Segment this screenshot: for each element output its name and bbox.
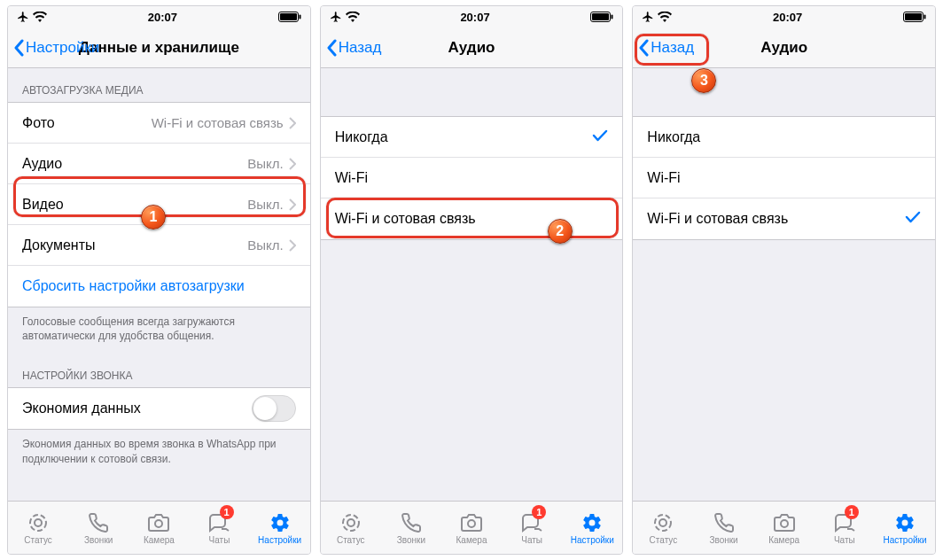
svg-rect-13 <box>905 13 922 20</box>
tab-chats[interactable]: 1 Чаты <box>189 502 249 554</box>
option-wifi-cell[interactable]: Wi-Fi и сотовая связь <box>321 198 623 239</box>
section-footer-call: Экономия данных во время звонка в WhatsA… <box>8 430 310 476</box>
tab-camera[interactable]: Камера <box>754 502 814 554</box>
chevron-left-icon <box>13 39 24 57</box>
option-never[interactable]: Никогда <box>633 117 935 158</box>
nav-title: Аудио <box>448 39 495 57</box>
row-value: Выкл. <box>247 197 283 212</box>
row-documents[interactable]: Документы Выкл. <box>8 225 310 266</box>
row-label: Экономия данных <box>22 401 252 416</box>
phone-icon <box>713 511 735 534</box>
back-button[interactable]: Назад <box>638 27 694 67</box>
option-wifi[interactable]: Wi-Fi <box>633 158 935 198</box>
section-header-call: НАСТРОЙКИ ЗВОНКА <box>8 354 310 387</box>
status-time: 20:07 <box>773 11 802 24</box>
row-label: Фото <box>22 115 152 131</box>
annotation-badge-1: 1 <box>141 205 166 229</box>
svg-rect-7 <box>592 13 609 20</box>
svg-rect-2 <box>299 15 300 19</box>
row-label: Wi-Fi <box>335 170 609 186</box>
reset-autodownload-button[interactable]: Сбросить настройки автозагрузки <box>8 266 310 307</box>
nav-title: Данные и хранилище <box>79 39 239 57</box>
svg-point-3 <box>30 515 46 531</box>
row-value: Выкл. <box>247 237 283 253</box>
back-label: Назад <box>339 39 382 57</box>
tab-label: Камера <box>144 536 175 545</box>
wifi-icon <box>33 12 47 22</box>
tab-status[interactable]: Статус <box>8 502 68 554</box>
tab-calls[interactable]: Звонки <box>68 502 129 554</box>
status-bar: 20:07 <box>8 6 310 27</box>
airplane-icon <box>17 11 29 23</box>
options-list: Никогда Wi-Fi Wi-Fi и сотовая связь <box>321 116 623 240</box>
svg-point-4 <box>35 519 42 526</box>
toggle-off[interactable] <box>252 395 296 422</box>
row-label: Никогда <box>647 129 921 145</box>
back-button[interactable]: Настройки <box>13 27 99 67</box>
options-list: Никогда Wi-Fi Wi-Fi и сотовая связь <box>633 116 935 240</box>
back-label: Настройки <box>26 39 99 57</box>
chevron-right-icon <box>289 198 296 211</box>
media-list: Фото Wi-Fi и сотовая связь Аудио Выкл. В… <box>8 102 310 307</box>
svg-point-5 <box>155 520 162 527</box>
tab-label: Настройки <box>883 536 926 545</box>
wifi-icon <box>346 12 360 22</box>
tab-label: Камера <box>768 536 799 545</box>
row-data-saver[interactable]: Экономия данных <box>8 388 310 429</box>
check-icon <box>592 129 608 145</box>
option-wifi[interactable]: Wi-Fi <box>321 158 623 198</box>
chevron-right-icon <box>289 158 296 170</box>
tab-status[interactable]: Статус <box>321 502 381 554</box>
status-ring-icon <box>27 511 49 534</box>
tab-bar: Статус Звонки Камера 1 Чаты Настройки <box>8 501 310 554</box>
row-label: Wi-Fi <box>647 170 921 186</box>
tab-label: Чаты <box>521 536 542 545</box>
tab-label: Настройки <box>258 536 301 545</box>
svg-point-11 <box>468 520 475 527</box>
tab-camera[interactable]: Камера <box>129 502 189 554</box>
svg-rect-1 <box>280 13 297 20</box>
status-bar: 20:07 <box>633 6 935 27</box>
section-header-media: АВТОЗАГРУЗКА МЕДИА <box>8 68 310 102</box>
row-label: Сбросить настройки автозагрузки <box>22 278 245 294</box>
status-time: 20:07 <box>148 11 177 24</box>
option-wifi-cell[interactable]: Wi-Fi и сотовая связь <box>633 198 935 239</box>
wifi-icon <box>658 12 672 22</box>
option-never[interactable]: Никогда <box>321 117 623 158</box>
tab-label: Настройки <box>571 536 614 545</box>
back-button[interactable]: Назад <box>326 27 382 67</box>
tab-chats[interactable]: 1Чаты <box>814 502 875 554</box>
call-list: Экономия данных <box>8 387 310 430</box>
svg-point-15 <box>655 515 671 531</box>
tab-settings[interactable]: Настройки <box>562 502 622 554</box>
tab-settings[interactable]: Настройки <box>250 502 310 554</box>
tab-label: Звонки <box>397 536 425 545</box>
tab-label: Статус <box>650 536 678 545</box>
chats-badge: 1 <box>220 505 234 519</box>
svg-point-17 <box>781 520 788 527</box>
tab-bar: Статус Звонки Камера 1Чаты Настройки <box>321 501 623 554</box>
tab-settings[interactable]: Настройки <box>875 502 935 554</box>
tab-label: Звонки <box>84 536 113 545</box>
gear-icon <box>894 511 916 534</box>
camera-icon <box>460 511 483 534</box>
tab-calls[interactable]: Звонки <box>381 502 441 554</box>
tab-status[interactable]: Статус <box>633 502 693 554</box>
row-audio[interactable]: Аудио Выкл. <box>8 144 310 184</box>
tab-camera[interactable]: Камера <box>441 502 502 554</box>
section-footer-media: Голосовые сообщения всегда загружаются а… <box>8 307 310 354</box>
screen-1: 20:07 Настройки Данные и хранилище АВТОЗ… <box>7 5 311 555</box>
battery-icon <box>278 12 301 22</box>
tab-label: Камера <box>456 536 487 545</box>
battery-icon <box>590 12 613 22</box>
tab-label: Чаты <box>834 536 855 545</box>
nav-header: Настройки Данные и хранилище <box>8 27 310 68</box>
airplane-icon <box>642 11 654 23</box>
row-label: Видео <box>22 197 247 213</box>
row-label: Аудио <box>22 156 247 172</box>
battery-icon <box>903 12 926 22</box>
tab-chats[interactable]: 1Чаты <box>502 502 562 554</box>
screen-3: 20:07 Назад Аудио Никогда Wi-Fi Wi-Fi и … <box>632 5 936 555</box>
row-photo[interactable]: Фото Wi-Fi и сотовая связь <box>8 103 310 144</box>
tab-calls[interactable]: Звонки <box>693 502 753 554</box>
